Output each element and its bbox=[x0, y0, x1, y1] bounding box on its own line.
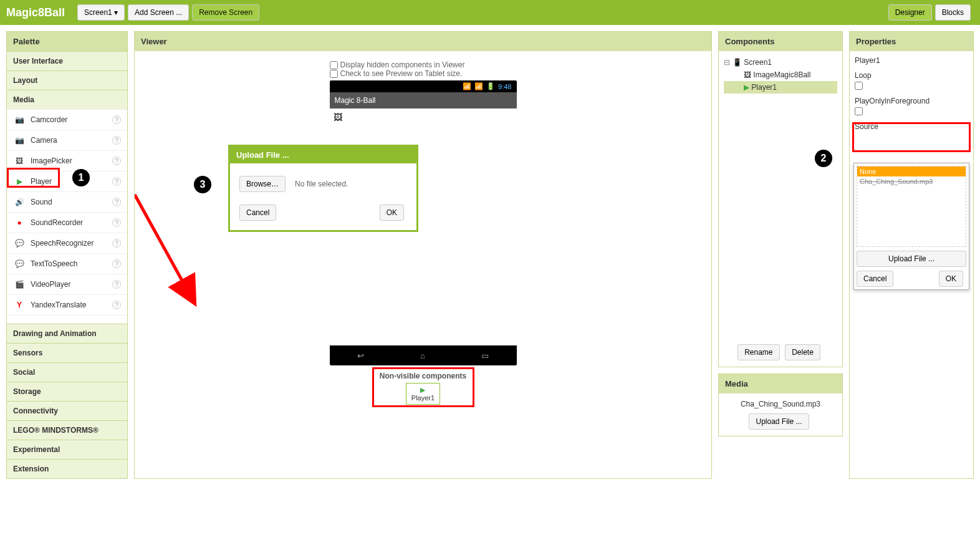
help-icon[interactable]: ? bbox=[112, 280, 121, 289]
phone-statusbar: 📶 📶 🔋 9:48 bbox=[330, 80, 517, 92]
help-icon[interactable]: ? bbox=[112, 198, 121, 206]
upload-dialog-title: Upload File ... bbox=[230, 147, 416, 163]
viewer-panel: Viewer Display hidden components in View… bbox=[134, 31, 712, 479]
palette-cat-drawing[interactable]: Drawing and Animation bbox=[7, 324, 127, 343]
back-icon: ↩ bbox=[357, 351, 364, 360]
phone-navbar: ↩ ⌂ ▭ bbox=[330, 345, 517, 365]
rename-button[interactable]: Rename bbox=[737, 344, 779, 360]
properties-header: Properties bbox=[850, 32, 973, 51]
upload-dialog: Upload File ... Browse… No file selected… bbox=[228, 145, 418, 232]
palette-item-imagepicker[interactable]: 🖼ImagePicker? bbox=[7, 150, 127, 171]
no-file-label: No file selected. bbox=[295, 180, 348, 188]
loop-checkbox[interactable] bbox=[855, 82, 863, 90]
media-panel: Media Cha_Ching_Sound.mp3 Upload File ..… bbox=[718, 374, 843, 436]
tree-image[interactable]: 🖼 ImageMagic8Ball bbox=[724, 69, 837, 81]
palette-item-player[interactable]: ▶Player? bbox=[7, 171, 127, 191]
palette-item-yandex[interactable]: YYandexTranslate? bbox=[7, 294, 127, 315]
tree-screen1[interactable]: ⊟📱 Screen1 bbox=[724, 56, 837, 69]
palette-item-speechrecognizer[interactable]: 💬SpeechRecognizer? bbox=[7, 233, 127, 253]
play-icon: ▶ bbox=[13, 176, 26, 186]
source-ok-button[interactable]: OK bbox=[939, 271, 963, 287]
media-upload-button[interactable]: Upload File ... bbox=[749, 413, 809, 430]
help-icon[interactable]: ? bbox=[112, 157, 121, 165]
speech-icon: 💬 bbox=[13, 238, 26, 248]
media-file[interactable]: Cha_Ching_Sound.mp3 bbox=[725, 400, 836, 408]
palette-header: Palette bbox=[7, 32, 127, 51]
upload-cancel-button[interactable]: Cancel bbox=[239, 205, 276, 221]
palette-cat-extension[interactable]: Extension bbox=[7, 459, 127, 478]
non-visible-label: Non-visible components bbox=[380, 372, 466, 380]
tablet-preview-checkbox[interactable] bbox=[330, 70, 338, 78]
source-option-file[interactable]: Cha_Ching_Sound.mp3 bbox=[857, 176, 966, 186]
upload-ok-button[interactable]: OK bbox=[380, 205, 404, 221]
palette-cat-social[interactable]: Social bbox=[7, 362, 127, 382]
palette-item-sound[interactable]: 🔊Sound? bbox=[7, 191, 127, 212]
palette-item-soundrecorder[interactable]: ●SoundRecorder? bbox=[7, 212, 127, 233]
tablet-preview-label: Check to see Preview on Tablet size. bbox=[340, 69, 463, 78]
video-icon: 🎬 bbox=[13, 279, 26, 289]
svg-line-1 bbox=[135, 195, 185, 285]
tree-player[interactable]: ▶ Player1 bbox=[724, 81, 837, 94]
loop-label: Loop bbox=[855, 71, 968, 80]
battery-icon: 🔋 bbox=[486, 82, 495, 90]
placeholder-image-icon: 🖼 bbox=[334, 112, 342, 122]
source-list[interactable]: None Cha_Ching_Sound.mp3 bbox=[857, 166, 966, 247]
remove-screen-button[interactable]: Remove Screen bbox=[192, 4, 259, 21]
phone-app-title: Magic 8-Ball bbox=[330, 92, 517, 108]
designer-tab[interactable]: Designer bbox=[888, 4, 932, 21]
home-icon: ⌂ bbox=[420, 351, 425, 360]
wifi-icon: 📶 bbox=[463, 82, 471, 90]
main-area: Palette User Interface Layout Media 📷Cam… bbox=[0, 25, 980, 485]
blocks-tab[interactable]: Blocks bbox=[935, 4, 971, 21]
component-name-label: Player1 bbox=[855, 56, 968, 65]
source-upload-button[interactable]: Upload File ... bbox=[857, 251, 966, 267]
image-icon: 🖼 bbox=[13, 156, 26, 166]
palette-cat-ui[interactable]: User Interface bbox=[7, 51, 127, 70]
components-panel: Components ⊟📱 Screen1 🖼 ImageMagic8Ball … bbox=[718, 31, 843, 367]
components-header: Components bbox=[719, 32, 842, 51]
components-tree: ⊟📱 Screen1 🖼 ImageMagic8Ball ▶ Player1 bbox=[719, 51, 842, 338]
help-icon[interactable]: ? bbox=[112, 218, 121, 227]
palette-item-camera[interactable]: 📷Camera? bbox=[7, 130, 127, 150]
step-1-badge: 1 bbox=[72, 169, 90, 186]
help-icon[interactable]: ? bbox=[112, 136, 121, 145]
properties-panel: Properties Player1 Loop PlayOnlyInForegr… bbox=[849, 31, 974, 479]
step-2-badge: 2 bbox=[815, 150, 832, 167]
palette-item-camcorder[interactable]: 📷Camcorder? bbox=[7, 109, 127, 130]
viewer-header: Viewer bbox=[135, 32, 711, 51]
recent-icon: ▭ bbox=[481, 351, 489, 360]
palette-cat-sensors[interactable]: Sensors bbox=[7, 343, 127, 362]
foreground-label: PlayOnlyInForeground bbox=[855, 97, 968, 105]
palette-item-tts[interactable]: 💬TextToSpeech? bbox=[7, 253, 127, 274]
palette-cat-media[interactable]: Media bbox=[7, 90, 127, 109]
palette-item-videoplayer[interactable]: 🎬VideoPlayer? bbox=[7, 274, 127, 294]
help-icon[interactable]: ? bbox=[112, 177, 121, 186]
palette-cat-storage[interactable]: Storage bbox=[7, 382, 127, 401]
non-visible-player[interactable]: ▶ Player1 bbox=[406, 383, 440, 405]
source-label: Source bbox=[855, 122, 968, 131]
help-icon[interactable]: ? bbox=[112, 259, 121, 268]
palette-cat-connectivity[interactable]: Connectivity bbox=[7, 401, 127, 420]
foreground-checkbox[interactable] bbox=[855, 107, 863, 115]
play-icon: ▶ bbox=[411, 386, 435, 394]
topbar: Magic8Ball Screen1 ▾ Add Screen ... Remo… bbox=[0, 0, 980, 25]
signal-icon: 📶 bbox=[474, 82, 483, 90]
app-title: Magic8Ball bbox=[6, 6, 65, 19]
palette-cat-layout[interactable]: Layout bbox=[7, 70, 127, 90]
screen-selector[interactable]: Screen1 ▾ bbox=[77, 4, 125, 21]
source-option-none[interactable]: None bbox=[857, 166, 966, 176]
palette-cat-experimental[interactable]: Experimental bbox=[7, 440, 127, 459]
tts-icon: 💬 bbox=[13, 259, 26, 269]
help-icon[interactable]: ? bbox=[112, 115, 121, 124]
show-hidden-checkbox[interactable] bbox=[330, 61, 338, 69]
palette-panel: Palette User Interface Layout Media 📷Cam… bbox=[6, 31, 128, 479]
add-screen-button[interactable]: Add Screen ... bbox=[128, 4, 189, 21]
yandex-icon: Y bbox=[13, 300, 26, 310]
help-icon[interactable]: ? bbox=[112, 239, 121, 248]
browse-button[interactable]: Browse… bbox=[239, 176, 286, 192]
source-dropdown: None Cha_Ching_Sound.mp3 Upload File ...… bbox=[853, 163, 969, 290]
source-cancel-button[interactable]: Cancel bbox=[857, 271, 893, 287]
delete-button[interactable]: Delete bbox=[785, 344, 820, 360]
help-icon[interactable]: ? bbox=[112, 301, 121, 309]
palette-cat-lego[interactable]: LEGO® MINDSTORMS® bbox=[7, 420, 127, 440]
